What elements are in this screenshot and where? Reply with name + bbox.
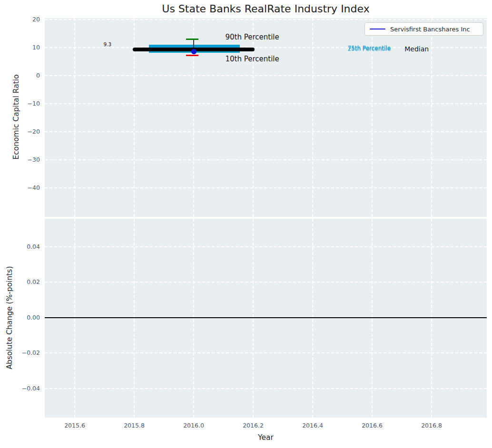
p10-whisker-cap — [186, 55, 198, 56]
company-dot — [191, 49, 197, 54]
figure: Us State Banks RealRate Industry Index 9… — [0, 0, 492, 448]
p90-whisker-cap — [186, 39, 198, 40]
gridline-horizontal — [45, 103, 487, 104]
legend-label: Servisfirst Bancshares Inc — [390, 26, 470, 33]
gridline-horizontal — [45, 388, 487, 389]
x-tick-label: 2015.6 — [56, 422, 94, 429]
y-tick-label: −20 — [0, 128, 40, 135]
y-tick-label: −40 — [0, 184, 40, 191]
x-tick-label: 2016.4 — [294, 422, 332, 429]
y-tick-label: −0.02 — [0, 349, 40, 356]
gridline-horizontal — [45, 187, 487, 188]
x-tick-label: 2015.8 — [115, 422, 153, 429]
y-tick-label: 20 — [0, 16, 40, 23]
gridline-horizontal — [45, 75, 487, 76]
gridline-horizontal — [45, 131, 487, 132]
annotation-p90-label: 90th Percentile — [226, 33, 279, 41]
x-tick-label: 2016.6 — [353, 422, 391, 429]
y-tick-label: 10 — [0, 44, 40, 51]
zero-line — [45, 317, 487, 318]
y-tick-label: 0.02 — [0, 278, 40, 285]
gridline-horizontal — [45, 352, 487, 353]
bottom-axes-panel — [45, 219, 487, 418]
top-axes-panel: 9.390th Percentile10th Percentile75th Pe… — [45, 18, 487, 217]
x-tick-label: 2016.8 — [413, 422, 451, 429]
legend: Servisfirst Bancshares Inc — [364, 22, 483, 36]
x-axis-label: Year — [45, 433, 487, 442]
y-tick-label: 0.00 — [0, 314, 40, 321]
y-tick-label: −10 — [0, 100, 40, 107]
y-tick-label: −30 — [0, 156, 40, 163]
gridline-horizontal — [45, 282, 487, 282]
y-tick-label: 0 — [0, 72, 40, 79]
y-tick-label: 0.04 — [0, 243, 40, 250]
annotation-median-value: 9.3 — [103, 41, 111, 47]
x-tick-label: 2016.0 — [175, 422, 213, 429]
gridline-horizontal — [45, 19, 487, 20]
chart-title: Us State Banks RealRate Industry Index — [45, 3, 487, 15]
gridline-horizontal — [45, 159, 487, 160]
legend-line-swatch — [370, 29, 385, 30]
y-tick-label: −0.04 — [0, 385, 40, 392]
annotation-p10-label: 10th Percentile — [226, 55, 279, 63]
gridline-horizontal — [45, 246, 487, 247]
annotation-p25-label: 25th Percentile — [347, 46, 391, 52]
annotation-median-name-label: Median — [404, 45, 429, 53]
x-tick-label: 2016.2 — [234, 422, 272, 429]
